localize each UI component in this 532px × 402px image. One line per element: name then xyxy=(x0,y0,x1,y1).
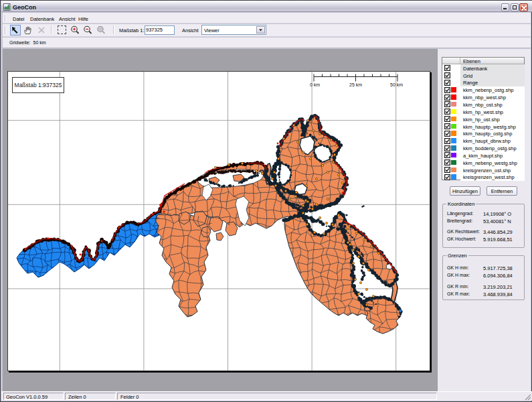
svg-text:25 km: 25 km xyxy=(349,82,362,87)
svg-text:50 km: 50 km xyxy=(390,82,403,87)
svg-text:0 km: 0 km xyxy=(310,82,320,87)
